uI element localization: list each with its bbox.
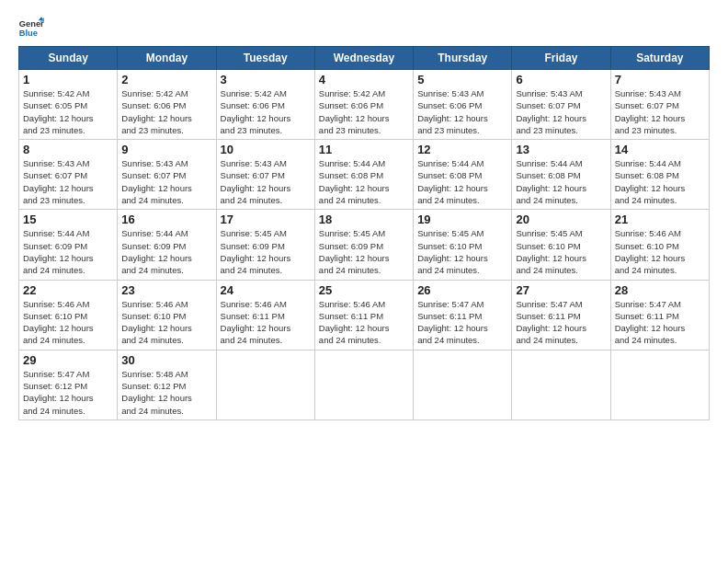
day-number: 15 xyxy=(23,213,113,226)
day-info: Sunrise: 5:45 AM Sunset: 6:10 PM Dayligh… xyxy=(417,227,507,276)
calendar-cell: 5Sunrise: 5:43 AM Sunset: 6:06 PM Daylig… xyxy=(414,70,512,140)
weekday-header-thursday: Thursday xyxy=(414,47,512,70)
calendar-cell xyxy=(314,350,413,419)
day-number: 4 xyxy=(319,73,409,86)
day-number: 19 xyxy=(417,213,507,226)
calendar-cell: 13Sunrise: 5:44 AM Sunset: 6:08 PM Dayli… xyxy=(512,140,610,210)
day-number: 9 xyxy=(121,143,211,156)
weekday-header-tuesday: Tuesday xyxy=(216,47,314,70)
calendar-cell: 16Sunrise: 5:44 AM Sunset: 6:09 PM Dayli… xyxy=(118,210,216,280)
calendar-cell: 2Sunrise: 5:42 AM Sunset: 6:06 PM Daylig… xyxy=(118,70,216,140)
day-info: Sunrise: 5:47 AM Sunset: 6:11 PM Dayligh… xyxy=(615,298,705,347)
day-number: 10 xyxy=(221,143,311,156)
day-info: Sunrise: 5:43 AM Sunset: 6:07 PM Dayligh… xyxy=(221,157,311,206)
day-info: Sunrise: 5:47 AM Sunset: 6:11 PM Dayligh… xyxy=(417,298,507,347)
calendar-week-1: 1Sunrise: 5:42 AM Sunset: 6:05 PM Daylig… xyxy=(19,70,710,140)
day-number: 2 xyxy=(121,73,211,86)
weekday-header-friday: Friday xyxy=(512,47,610,70)
weekday-header-sunday: Sunday xyxy=(19,47,118,70)
day-info: Sunrise: 5:44 AM Sunset: 6:08 PM Dayligh… xyxy=(417,157,507,206)
calendar-cell: 22Sunrise: 5:46 AM Sunset: 6:10 PM Dayli… xyxy=(19,280,118,350)
day-info: Sunrise: 5:45 AM Sunset: 6:09 PM Dayligh… xyxy=(221,227,311,276)
calendar-cell: 23Sunrise: 5:46 AM Sunset: 6:10 PM Dayli… xyxy=(118,280,216,350)
calendar-cell: 26Sunrise: 5:47 AM Sunset: 6:11 PM Dayli… xyxy=(414,280,512,350)
day-number: 29 xyxy=(23,353,113,367)
calendar-cell: 25Sunrise: 5:46 AM Sunset: 6:11 PM Dayli… xyxy=(314,280,413,350)
weekday-header-wednesday: Wednesday xyxy=(314,47,413,70)
day-number: 8 xyxy=(23,143,113,156)
day-info: Sunrise: 5:46 AM Sunset: 6:11 PM Dayligh… xyxy=(319,298,409,347)
day-number: 21 xyxy=(615,213,705,226)
calendar-cell xyxy=(216,350,314,419)
day-number: 12 xyxy=(417,143,507,156)
day-info: Sunrise: 5:43 AM Sunset: 6:07 PM Dayligh… xyxy=(615,87,705,136)
day-info: Sunrise: 5:44 AM Sunset: 6:09 PM Dayligh… xyxy=(23,227,113,276)
day-info: Sunrise: 5:47 AM Sunset: 6:11 PM Dayligh… xyxy=(516,298,606,347)
day-info: Sunrise: 5:43 AM Sunset: 6:06 PM Dayligh… xyxy=(417,87,507,136)
calendar-cell: 6Sunrise: 5:43 AM Sunset: 6:07 PM Daylig… xyxy=(512,70,610,140)
day-number: 14 xyxy=(615,143,705,156)
calendar-cell: 21Sunrise: 5:46 AM Sunset: 6:10 PM Dayli… xyxy=(610,210,709,280)
day-number: 25 xyxy=(319,283,409,297)
calendar-cell: 17Sunrise: 5:45 AM Sunset: 6:09 PM Dayli… xyxy=(216,210,314,280)
logo: General Blue xyxy=(18,15,44,40)
calendar-week-5: 29Sunrise: 5:47 AM Sunset: 6:12 PM Dayli… xyxy=(19,350,710,419)
day-info: Sunrise: 5:43 AM Sunset: 6:07 PM Dayligh… xyxy=(516,87,606,136)
calendar-cell: 12Sunrise: 5:44 AM Sunset: 6:08 PM Dayli… xyxy=(414,140,512,210)
day-info: Sunrise: 5:46 AM Sunset: 6:10 PM Dayligh… xyxy=(23,298,113,347)
calendar-cell xyxy=(414,350,512,419)
calendar-week-3: 15Sunrise: 5:44 AM Sunset: 6:09 PM Dayli… xyxy=(19,210,710,280)
day-number: 11 xyxy=(319,143,409,156)
calendar-week-4: 22Sunrise: 5:46 AM Sunset: 6:10 PM Dayli… xyxy=(19,280,710,350)
calendar-cell: 4Sunrise: 5:42 AM Sunset: 6:06 PM Daylig… xyxy=(314,70,413,140)
day-info: Sunrise: 5:43 AM Sunset: 6:07 PM Dayligh… xyxy=(23,157,113,206)
calendar-cell: 19Sunrise: 5:45 AM Sunset: 6:10 PM Dayli… xyxy=(414,210,512,280)
calendar-cell: 28Sunrise: 5:47 AM Sunset: 6:11 PM Dayli… xyxy=(610,280,709,350)
day-number: 22 xyxy=(23,283,113,297)
svg-text:General: General xyxy=(19,19,44,29)
calendar-cell: 3Sunrise: 5:42 AM Sunset: 6:06 PM Daylig… xyxy=(216,70,314,140)
calendar-cell xyxy=(610,350,709,419)
day-info: Sunrise: 5:48 AM Sunset: 6:12 PM Dayligh… xyxy=(121,368,211,417)
day-number: 16 xyxy=(121,213,211,226)
day-number: 27 xyxy=(516,283,606,297)
day-number: 28 xyxy=(615,283,705,297)
day-info: Sunrise: 5:42 AM Sunset: 6:06 PM Dayligh… xyxy=(121,87,211,136)
day-info: Sunrise: 5:42 AM Sunset: 6:06 PM Dayligh… xyxy=(319,87,409,136)
day-number: 7 xyxy=(615,73,705,86)
calendar-cell: 30Sunrise: 5:48 AM Sunset: 6:12 PM Dayli… xyxy=(118,350,216,419)
calendar-cell: 11Sunrise: 5:44 AM Sunset: 6:08 PM Dayli… xyxy=(314,140,413,210)
day-info: Sunrise: 5:46 AM Sunset: 6:10 PM Dayligh… xyxy=(121,298,211,347)
day-info: Sunrise: 5:46 AM Sunset: 6:11 PM Dayligh… xyxy=(221,298,311,347)
header: General Blue xyxy=(18,15,710,40)
page: General Blue SundayMondayTuesdayWednesda… xyxy=(0,0,728,430)
calendar-cell: 29Sunrise: 5:47 AM Sunset: 6:12 PM Dayli… xyxy=(19,350,118,419)
day-info: Sunrise: 5:44 AM Sunset: 6:08 PM Dayligh… xyxy=(319,157,409,206)
day-number: 17 xyxy=(221,213,311,226)
weekday-header-saturday: Saturday xyxy=(610,47,709,70)
calendar-cell: 1Sunrise: 5:42 AM Sunset: 6:05 PM Daylig… xyxy=(19,70,118,140)
day-number: 18 xyxy=(319,213,409,226)
day-number: 20 xyxy=(516,213,606,226)
day-info: Sunrise: 5:45 AM Sunset: 6:09 PM Dayligh… xyxy=(319,227,409,276)
day-info: Sunrise: 5:45 AM Sunset: 6:10 PM Dayligh… xyxy=(516,227,606,276)
calendar-cell: 20Sunrise: 5:45 AM Sunset: 6:10 PM Dayli… xyxy=(512,210,610,280)
day-info: Sunrise: 5:42 AM Sunset: 6:05 PM Dayligh… xyxy=(23,87,113,136)
day-number: 30 xyxy=(121,353,211,367)
day-number: 13 xyxy=(516,143,606,156)
day-number: 3 xyxy=(221,73,311,86)
svg-text:Blue: Blue xyxy=(19,29,38,38)
calendar-cell: 24Sunrise: 5:46 AM Sunset: 6:11 PM Dayli… xyxy=(216,280,314,350)
calendar-week-2: 8Sunrise: 5:43 AM Sunset: 6:07 PM Daylig… xyxy=(19,140,710,210)
calendar-cell: 9Sunrise: 5:43 AM Sunset: 6:07 PM Daylig… xyxy=(118,140,216,210)
calendar-cell: 18Sunrise: 5:45 AM Sunset: 6:09 PM Dayli… xyxy=(314,210,413,280)
weekday-header-monday: Monday xyxy=(118,47,216,70)
day-number: 6 xyxy=(516,73,606,86)
day-info: Sunrise: 5:44 AM Sunset: 6:08 PM Dayligh… xyxy=(516,157,606,206)
day-number: 26 xyxy=(417,283,507,297)
calendar-cell xyxy=(512,350,610,419)
calendar-cell: 10Sunrise: 5:43 AM Sunset: 6:07 PM Dayli… xyxy=(216,140,314,210)
weekday-header-row: SundayMondayTuesdayWednesdayThursdayFrid… xyxy=(19,47,710,70)
day-info: Sunrise: 5:46 AM Sunset: 6:10 PM Dayligh… xyxy=(615,227,705,276)
day-info: Sunrise: 5:44 AM Sunset: 6:08 PM Dayligh… xyxy=(615,157,705,206)
